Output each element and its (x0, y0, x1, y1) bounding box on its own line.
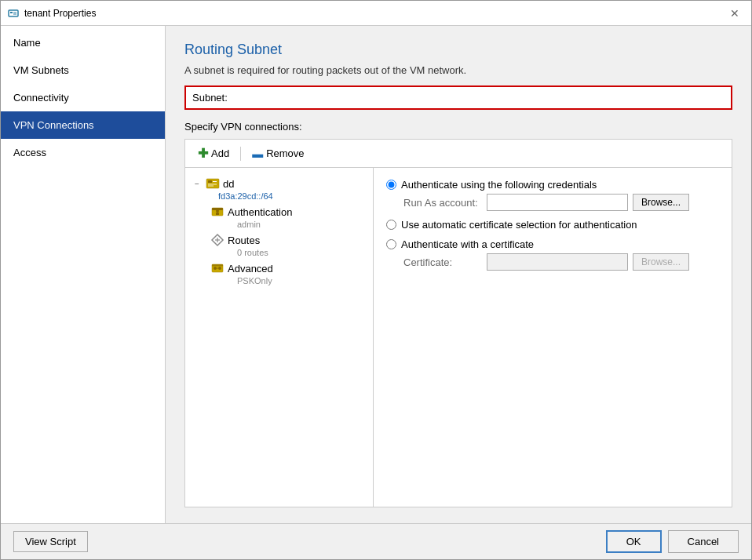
browse-credentials-button[interactable]: Browse... (633, 194, 689, 211)
tree-advanced-label: Advanced (228, 263, 273, 275)
svg-rect-4 (206, 179, 219, 188)
certificate-input[interactable] (487, 253, 628, 271)
titlebar-left: tenant Properties (7, 7, 96, 20)
tree-auth-label: Authentication (228, 206, 292, 218)
credentials-option-group: Authenticate using the following credent… (386, 179, 719, 211)
titlebar: tenant Properties ✕ (1, 1, 751, 26)
collapse-icon: − (192, 180, 203, 188)
vpn-root-icon (206, 176, 220, 191)
page-description: A subnet is required for routing packets… (184, 64, 732, 76)
view-script-button[interactable]: View Script (13, 531, 88, 552)
credentials-radio[interactable] (386, 180, 396, 190)
add-button[interactable]: ✚ Add (193, 144, 234, 162)
detail-panel: Authenticate using the following credent… (374, 168, 732, 507)
tree-auth-node[interactable]: Authentication (207, 202, 370, 221)
tree-root[interactable]: − dd (188, 174, 370, 193)
sidebar-item-connectivity[interactable]: Connectivity (1, 84, 165, 111)
page-title: Routing Subnet (184, 42, 732, 58)
ok-button[interactable]: OK (606, 530, 662, 553)
svg-rect-11 (216, 213, 219, 215)
main-window: tenant Properties ✕ Name VM Subnets Conn… (0, 0, 752, 560)
vpn-body: − dd (185, 168, 732, 507)
sidebar-item-access[interactable]: Access (1, 139, 165, 166)
tree-routes-label: Routes (228, 235, 260, 246)
auto-cert-radio[interactable] (386, 220, 396, 230)
certificate-label: Certificate: (403, 256, 482, 268)
svg-rect-1 (10, 12, 13, 13)
sidebar: Name VM Subnets Connectivity VPN Connect… (1, 26, 166, 523)
main-content: Name VM Subnets Connectivity VPN Connect… (1, 26, 751, 523)
svg-point-18 (218, 267, 221, 270)
sidebar-item-vm-subnets[interactable]: VM Subnets (1, 56, 165, 84)
with-cert-radio[interactable] (386, 239, 396, 249)
subnet-row: Subnet: (184, 85, 732, 110)
tree-auth-subtitle: admin (237, 220, 370, 229)
cancel-button[interactable]: Cancel (668, 530, 739, 553)
remove-button[interactable]: ▬ Remove (247, 146, 308, 162)
auto-cert-radio-row: Use automatic certificate selection for … (386, 219, 719, 231)
credentials-label: Authenticate using the following credent… (401, 179, 597, 191)
advanced-icon (210, 261, 225, 275)
tree-routes-node[interactable]: Routes (207, 231, 370, 249)
run-as-label: Run As account: (403, 197, 482, 209)
tree-routes-subtitle: 0 routes (237, 248, 370, 257)
bottom-bar: View Script OK Cancel (1, 523, 751, 559)
sidebar-item-vpn-connections[interactable]: VPN Connections (1, 111, 165, 139)
tree-advanced-node[interactable]: Advanced (207, 259, 370, 278)
remove-icon: ▬ (252, 147, 263, 160)
svg-rect-5 (208, 180, 212, 183)
tree-panel: − dd (185, 168, 374, 507)
tree-root-subtitle: fd3a:29cd::/64 (218, 191, 370, 201)
certificate-field-row: Certificate: Browse... (403, 253, 719, 271)
tree-advanced-subtitle: PSKOnly (237, 276, 370, 285)
svg-point-17 (214, 267, 217, 270)
browse-certificate-button[interactable]: Browse... (633, 253, 689, 271)
radio-group: Authenticate using the following credent… (386, 179, 719, 271)
with-cert-label: Authenticate with a certificate (401, 238, 534, 250)
run-as-input[interactable] (487, 194, 628, 211)
tree-root-label: dd (223, 178, 234, 190)
subnet-label: Subnet: (192, 92, 255, 104)
vpn-toolbar: ✚ Add ▬ Remove (185, 140, 732, 168)
svg-rect-20 (212, 264, 223, 267)
add-icon: ✚ (198, 146, 208, 161)
routes-icon (210, 233, 225, 247)
with-cert-radio-row: Authenticate with a certificate (386, 238, 719, 250)
auth-icon (210, 205, 225, 219)
auto-cert-label: Use automatic certificate selection for … (401, 219, 637, 231)
window-icon (7, 7, 20, 20)
ok-cancel-group: OK Cancel (606, 530, 739, 553)
vpn-section-label: Specify VPN connections: (184, 121, 732, 133)
window-title: tenant Properties (24, 8, 96, 19)
svg-rect-0 (9, 10, 18, 16)
credentials-radio-row: Authenticate using the following credent… (386, 179, 719, 191)
sidebar-item-name[interactable]: Name (1, 29, 165, 56)
close-button[interactable]: ✕ (725, 5, 745, 22)
svg-rect-12 (212, 208, 223, 210)
run-as-field-row: Run As account: Browse... (403, 194, 719, 211)
cert-option-group: Authenticate with a certificate Certific… (386, 238, 719, 271)
vpn-panel: ✚ Add ▬ Remove − (184, 139, 732, 507)
toolbar-divider (240, 147, 241, 161)
content-area: Routing Subnet A subnet is required for … (166, 26, 751, 523)
subnet-input[interactable] (261, 90, 725, 105)
